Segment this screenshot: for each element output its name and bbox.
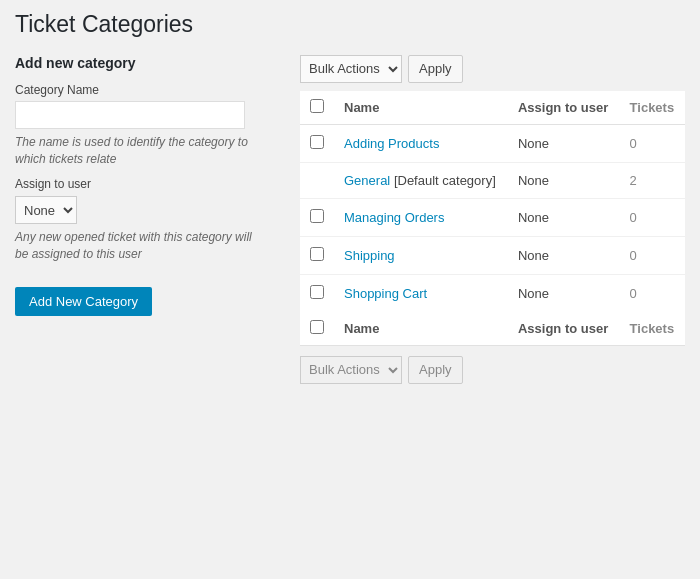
header-row: Name Assign to user Tickets bbox=[300, 91, 685, 125]
row-check-cell bbox=[300, 198, 334, 236]
top-bulk-actions-select[interactable]: Bulk Actions bbox=[300, 55, 402, 83]
row-check-cell bbox=[300, 162, 334, 198]
footer-select-all-checkbox[interactable] bbox=[310, 320, 324, 334]
bottom-bulk-actions-select[interactable]: Bulk Actions bbox=[300, 356, 402, 384]
table-row: General [Default category] None 2 bbox=[300, 162, 685, 198]
row-assign-cell: None bbox=[508, 274, 620, 312]
select-all-checkbox[interactable] bbox=[310, 99, 324, 113]
table-row: Shopping Cart None 0 bbox=[300, 274, 685, 312]
category-link-managing-orders[interactable]: Managing Orders bbox=[344, 210, 444, 225]
header-name-col: Name bbox=[334, 91, 508, 125]
row-checkbox[interactable] bbox=[310, 247, 324, 261]
bottom-apply-button[interactable]: Apply bbox=[408, 356, 463, 384]
row-assign-cell: None bbox=[508, 198, 620, 236]
right-panel: Bulk Actions Apply Name Assign to user T… bbox=[300, 55, 685, 384]
row-tickets-cell: 0 bbox=[620, 236, 685, 274]
category-link-general[interactable]: General bbox=[344, 173, 390, 188]
row-checkbox[interactable] bbox=[310, 135, 324, 149]
row-check-cell bbox=[300, 124, 334, 162]
footer-assign-col: Assign to user bbox=[508, 312, 620, 346]
table-row: Adding Products None 0 bbox=[300, 124, 685, 162]
row-name-cell: General [Default category] bbox=[334, 162, 508, 198]
footer-row: Name Assign to user Tickets bbox=[300, 312, 685, 346]
assign-group: Assign to user None Any new opened ticke… bbox=[15, 177, 280, 263]
page-wrapper: Ticket Categories Add new category Categ… bbox=[0, 0, 700, 394]
add-category-title: Add new category bbox=[15, 55, 280, 71]
assign-select[interactable]: None bbox=[15, 196, 77, 224]
footer-name-col: Name bbox=[334, 312, 508, 346]
assign-label: Assign to user bbox=[15, 177, 280, 191]
row-name-cell: Shopping Cart bbox=[334, 274, 508, 312]
categories-table: Name Assign to user Tickets Adding Produ… bbox=[300, 91, 685, 346]
row-checkbox[interactable] bbox=[310, 285, 324, 299]
header-tickets-col: Tickets bbox=[620, 91, 685, 125]
main-layout: Add new category Category Name The name … bbox=[15, 55, 685, 384]
header-check-col bbox=[300, 91, 334, 125]
row-assign-cell: None bbox=[508, 162, 620, 198]
table-row: Managing Orders None 0 bbox=[300, 198, 685, 236]
category-link-shipping[interactable]: Shipping bbox=[344, 248, 395, 263]
category-link-shopping-cart[interactable]: Shopping Cart bbox=[344, 286, 427, 301]
add-new-category-button[interactable]: Add New Category bbox=[15, 287, 152, 316]
assign-hint: Any new opened ticket with this category… bbox=[15, 229, 260, 263]
bottom-bulk-bar: Bulk Actions Apply bbox=[300, 356, 685, 384]
footer-tickets-col: Tickets bbox=[620, 312, 685, 346]
row-assign-cell: None bbox=[508, 236, 620, 274]
table-header: Name Assign to user Tickets bbox=[300, 91, 685, 125]
category-name-hint: The name is used to identify the categor… bbox=[15, 134, 260, 168]
row-check-cell bbox=[300, 236, 334, 274]
table-row: Shipping None 0 bbox=[300, 236, 685, 274]
default-category-badge: [Default category] bbox=[394, 173, 496, 188]
category-name-input[interactable] bbox=[15, 101, 245, 129]
top-apply-button[interactable]: Apply bbox=[408, 55, 463, 83]
table-body: Adding Products None 0 General [Default … bbox=[300, 124, 685, 312]
row-tickets-cell: 0 bbox=[620, 198, 685, 236]
footer-check-col bbox=[300, 312, 334, 346]
row-name-cell: Adding Products bbox=[334, 124, 508, 162]
row-name-cell: Managing Orders bbox=[334, 198, 508, 236]
category-name-label: Category Name bbox=[15, 83, 280, 97]
category-name-group: Category Name The name is used to identi… bbox=[15, 83, 280, 168]
table-footer: Name Assign to user Tickets bbox=[300, 312, 685, 346]
left-panel: Add new category Category Name The name … bbox=[15, 55, 280, 316]
row-tickets-cell: 0 bbox=[620, 124, 685, 162]
row-check-cell bbox=[300, 274, 334, 312]
row-tickets-cell: 2 bbox=[620, 162, 685, 198]
top-bulk-bar: Bulk Actions Apply bbox=[300, 55, 685, 83]
row-tickets-cell: 0 bbox=[620, 274, 685, 312]
row-name-cell: Shipping bbox=[334, 236, 508, 274]
row-checkbox[interactable] bbox=[310, 209, 324, 223]
category-link-adding-products[interactable]: Adding Products bbox=[344, 136, 439, 151]
header-assign-col: Assign to user bbox=[508, 91, 620, 125]
row-assign-cell: None bbox=[508, 124, 620, 162]
page-title: Ticket Categories bbox=[15, 10, 685, 40]
